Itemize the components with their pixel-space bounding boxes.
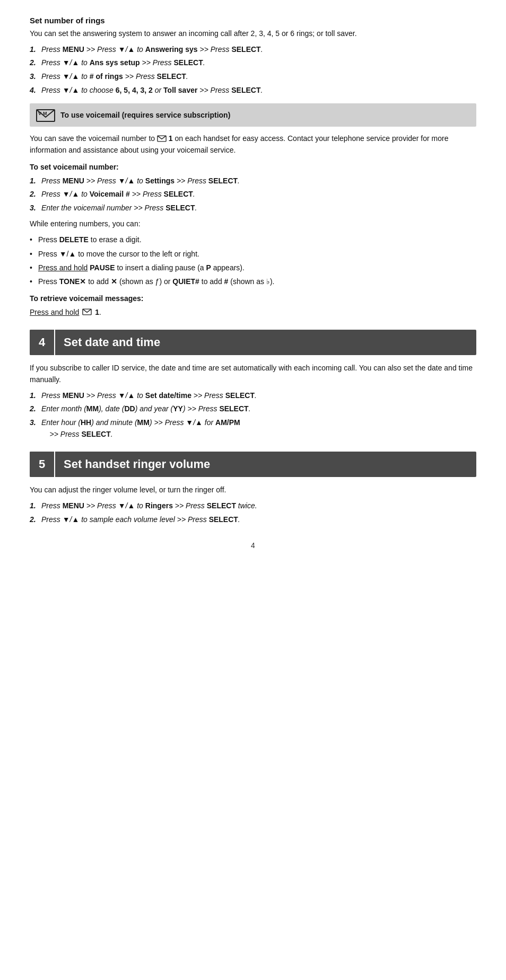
step-item: Press MENU >> Press ▼/▲ to Answering sys… <box>30 44 476 56</box>
svg-text:M: M <box>43 111 47 116</box>
section4-label: Set date and time <box>55 336 169 349</box>
section5-label: Set handset ringer volume <box>55 457 219 471</box>
page-number: 4 <box>30 541 476 550</box>
voicemail-notice-box: V M To use voicemail (requires service s… <box>30 103 476 127</box>
step-item: Press MENU >> Press ▼/▲ to Ringers >> Pr… <box>30 500 476 512</box>
set-rings-steps: Press MENU >> Press ▼/▲ to Answering sys… <box>30 44 476 96</box>
step-item: Press MENU >> Press ▼/▲ to Settings >> P… <box>30 175 476 187</box>
voicemail-vm-icon: V M <box>36 108 55 122</box>
retrieve-voicemail-text: Press and hold 1. <box>30 307 476 319</box>
step-item: Press ▼/▲ to choose 6, 5, 4, 3, 2 or Tol… <box>30 85 476 96</box>
voicemail-notice-title: To use voicemail (requires service subsc… <box>60 111 230 119</box>
step-item: Press ▼/▲ to Voicemail # >> Press SELECT… <box>30 189 476 200</box>
section5-steps: Press MENU >> Press ▼/▲ to Ringers >> Pr… <box>30 500 476 525</box>
step-item: Enter hour (HH) and minute (MM) >> Press… <box>30 417 476 440</box>
while-entering-label: While entering numbers, you can: <box>30 218 476 230</box>
svg-text:V: V <box>38 111 41 116</box>
bullet-item: Press DELETE to erase a digit. <box>30 234 476 245</box>
voicemail-bullets: Press DELETE to erase a digit. Press ▼/▲… <box>30 234 476 288</box>
step-item: Press MENU >> Press ▼/▲ to Set date/time… <box>30 390 476 402</box>
voicemail-intro-paragraph: You can save the voicemail number to 1 o… <box>30 133 476 156</box>
bullet-item: Press TONE✕ to add ✕ (shown as ƒ) or QUI… <box>30 276 476 287</box>
section4-header: 4 Set date and time <box>30 330 476 355</box>
set-rings-intro: You can set the answering system to answ… <box>30 28 476 40</box>
set-voicemail-steps: Press MENU >> Press ▼/▲ to Settings >> P… <box>30 175 476 214</box>
bullet-item: Press ▼/▲ to move the cursor to the left… <box>30 248 476 260</box>
retrieve-voicemail-title: To retrieve voicemail messages: <box>30 293 476 305</box>
step-item: Press ▼/▲ to sample each volume level >>… <box>30 514 476 526</box>
bullet-item: Press and hold PAUSE to insert a dialing… <box>30 262 476 273</box>
mail-icon-2 <box>82 308 92 315</box>
section5-intro: You can adjust the ringer volume level, … <box>30 484 476 496</box>
mail-icon <box>157 135 167 142</box>
step-item: Press ▼/▲ to Ans sys setup >> Press SELE… <box>30 57 476 69</box>
step-item: Enter the voicemail number >> Press SELE… <box>30 202 476 214</box>
step-item: Press ▼/▲ to # of rings >> Press SELECT. <box>30 71 476 83</box>
step-item: Enter month (MM), date (DD) and year (YY… <box>30 403 476 415</box>
section4-steps: Press MENU >> Press ▼/▲ to Set date/time… <box>30 390 476 440</box>
section4-intro: If you subscribe to caller ID service, t… <box>30 363 476 385</box>
section5-header: 5 Set handset ringer volume <box>30 452 476 477</box>
section5-number: 5 <box>30 452 55 477</box>
set-voicemail-number-title: To set voicemail number: <box>30 162 476 173</box>
section4-number: 4 <box>30 330 55 355</box>
set-number-of-rings-title: Set number of rings <box>30 16 476 25</box>
